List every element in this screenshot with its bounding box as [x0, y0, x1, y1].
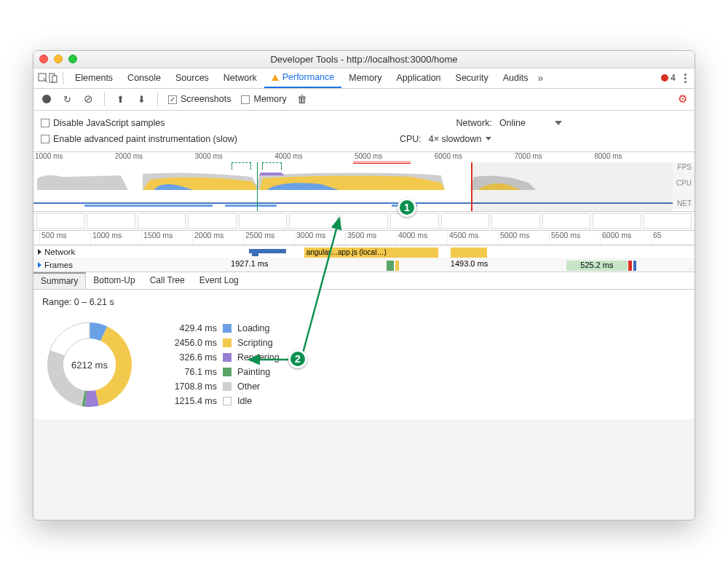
- detail-tabs: Summary Bottom-Up Call Tree Event Log: [33, 272, 695, 290]
- tab-label: Performance: [282, 72, 335, 82]
- legend-swatch: [223, 382, 232, 391]
- overview-row-labels: FPS CPU NET: [673, 162, 695, 209]
- memory-label: Memory: [253, 94, 286, 104]
- tab-elements[interactable]: Elements: [68, 68, 120, 88]
- annotation-2: 2: [288, 349, 307, 368]
- titlebar: Developer Tools - http://localhost:3000/…: [33, 51, 695, 68]
- inspect-icon[interactable]: [38, 73, 48, 83]
- filmstrip-frame: [441, 213, 489, 229]
- tab-network[interactable]: Network: [216, 68, 264, 88]
- legend-swatch: [223, 397, 232, 405]
- legend-row: 1215.4 msIdle: [166, 394, 280, 408]
- legend-row: 326.6 msRendering: [166, 350, 280, 365]
- paint-instr-toggle[interactable]: Enable advanced paint instrumentation (s…: [41, 134, 237, 144]
- paint-instr-label: Enable advanced paint instrumentation (s…: [53, 134, 237, 144]
- dtab-label: Call Tree: [150, 275, 185, 285]
- dtab-label: Event Log: [199, 275, 239, 285]
- filmstrip[interactable]: [33, 212, 695, 231]
- legend-row: 1708.8 msOther: [166, 379, 280, 394]
- network-label: Network:: [456, 118, 492, 128]
- screenshots-label: Screenshots: [181, 94, 231, 104]
- frame-value: 525.2 ms: [580, 261, 613, 269]
- net-segment-label: angular…app.js (local…): [304, 248, 387, 256]
- summary-panel: Range: 0 – 6.21 s 6212 ms 429.4 msLoadin…: [33, 290, 695, 419]
- perf-toolbar: ↻ ⊘ ⬆ ⬇ ✓Screenshots Memory 🗑 ⚙: [33, 89, 695, 111]
- disable-js-label: Disable JavaScript samples: [53, 118, 165, 128]
- dtab-event-log[interactable]: Event Log: [192, 272, 246, 289]
- legend-row: 429.4 msLoading: [166, 321, 280, 336]
- memory-toggle[interactable]: Memory: [241, 94, 286, 104]
- legend-value: 326.6 ms: [166, 352, 217, 363]
- range-bracket: [232, 162, 250, 170]
- clear-icon[interactable]: ⊘: [83, 94, 94, 105]
- range-label: Range: 0 – 6.21 s: [42, 297, 686, 307]
- expand-icon[interactable]: [38, 262, 41, 268]
- filmstrip-frame: [491, 213, 539, 229]
- net-segment[interactable]: [451, 248, 487, 258]
- frame-value: 1927.1 ms: [231, 259, 268, 268]
- tab-label: Sources: [175, 73, 209, 83]
- dtab-call-tree[interactable]: Call Tree: [143, 272, 192, 289]
- dtab-bottom-up[interactable]: Bottom-Up: [86, 272, 142, 289]
- legend-swatch: [223, 324, 232, 333]
- tab-application[interactable]: Application: [389, 68, 448, 88]
- legend-name: Other: [237, 381, 260, 392]
- frame-bar: [395, 261, 399, 271]
- legend-swatch: [223, 353, 232, 362]
- expand-icon[interactable]: [38, 249, 41, 255]
- filmstrip-frame: [87, 213, 135, 229]
- legend-swatch: [223, 368, 232, 376]
- network-track[interactable]: Network angular…app.js (local…): [33, 245, 695, 258]
- filmstrip-frame: [188, 213, 236, 229]
- svg-rect-2: [52, 76, 57, 82]
- settings-gear-icon[interactable]: ⚙: [678, 92, 687, 106]
- flame-tracks[interactable]: Network angular…app.js (local…) Frames 1…: [33, 245, 695, 272]
- summary-legend: 429.4 msLoading2456.0 msScripting326.6 m…: [166, 321, 280, 408]
- kebab-menu-icon[interactable]: [680, 74, 690, 83]
- legend-row: 2456.0 msScripting: [166, 336, 280, 350]
- legend-name: Rendering: [237, 352, 280, 363]
- frames-track[interactable]: Frames 1927.1 ms 1493.0 ms 525.2 ms: [33, 258, 695, 272]
- tab-sources[interactable]: Sources: [168, 68, 216, 88]
- more-tabs-icon[interactable]: »: [535, 73, 545, 83]
- tab-security[interactable]: Security: [448, 68, 496, 88]
- checkbox-icon: [41, 135, 50, 143]
- checkbox-icon: ✓: [168, 95, 177, 104]
- tab-audits[interactable]: Audits: [496, 68, 536, 88]
- network-value: Online: [499, 118, 526, 128]
- legend-value: 2456.0 ms: [166, 338, 217, 348]
- summary-donut: 6212 ms: [42, 317, 137, 412]
- disable-js-toggle[interactable]: Disable JavaScript samples: [41, 118, 165, 128]
- filmstrip-frame: [36, 213, 84, 229]
- network-select[interactable]: Online: [499, 118, 562, 128]
- screenshots-toggle[interactable]: ✓Screenshots: [168, 94, 231, 104]
- net-segment[interactable]: angular…app.js (local…): [304, 248, 438, 258]
- legend-row: 76.1 msPainting: [166, 365, 280, 379]
- frame-value: 1493.0 ms: [451, 259, 488, 268]
- record-icon[interactable]: [41, 94, 52, 105]
- dtab-summary[interactable]: Summary: [33, 272, 86, 289]
- tab-memory[interactable]: Memory: [341, 68, 389, 88]
- device-icon[interactable]: [48, 73, 58, 83]
- tab-label: Application: [396, 73, 440, 83]
- chevron-down-icon: [486, 137, 491, 140]
- filmstrip-frame: [340, 213, 388, 229]
- cpu-select[interactable]: 4× slowdown: [429, 134, 492, 144]
- error-badge[interactable]: 4: [661, 73, 676, 83]
- frame-bar: [633, 261, 636, 271]
- checkbox-icon: [41, 119, 50, 127]
- annotation-1: 1: [397, 198, 416, 217]
- tab-console[interactable]: Console: [120, 68, 168, 88]
- reload-icon[interactable]: ↻: [62, 94, 73, 105]
- filmstrip-frame: [390, 213, 438, 229]
- tab-label: Memory: [349, 73, 381, 83]
- load-icon[interactable]: ⬆: [115, 94, 126, 105]
- playhead[interactable]: [257, 162, 258, 211]
- capture-settings: Disable JavaScript samples Network: Onli…: [33, 111, 695, 152]
- warning-icon: [272, 74, 279, 81]
- selection-handle[interactable]: [471, 162, 472, 211]
- tab-performance[interactable]: Performance: [264, 68, 342, 88]
- save-icon[interactable]: ⬇: [136, 94, 147, 105]
- gc-icon[interactable]: 🗑: [297, 94, 308, 105]
- timeline-overview[interactable]: 1000 ms2000 ms3000 ms4000 ms5000 ms6000 …: [33, 152, 695, 212]
